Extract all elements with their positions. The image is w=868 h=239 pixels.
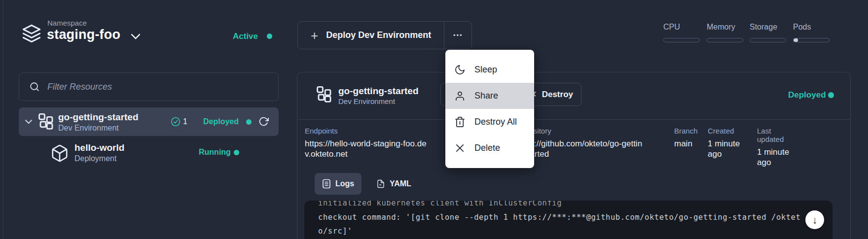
resource-name: hello-world [74, 142, 124, 154]
last-updated-label: Last updated [757, 127, 796, 143]
stat-memory-label: Memory [707, 23, 743, 32]
row-chevron-down-icon[interactable] [25, 119, 33, 124]
check-circle-icon [171, 117, 181, 127]
stat-memory: Memory [707, 23, 743, 42]
branch-value: main [674, 138, 698, 149]
cube-icon [50, 144, 69, 163]
deploy-dev-environment-button[interactable]: + Deploy Dev Environment [298, 22, 444, 49]
resource-count: 1 [183, 117, 187, 126]
person-icon [454, 90, 466, 102]
namespace-label: Namespace [47, 19, 87, 27]
created-meta: Created 1 minute ago [708, 127, 747, 159]
trash-icon [454, 116, 466, 128]
menu-item-share[interactable]: Share [445, 83, 534, 109]
logs-icon [322, 179, 331, 189]
endpoints-meta: Endpoints https://hello-world-staging-fo… [305, 127, 453, 159]
deploy-button-label: Deploy Dev Environment [326, 30, 431, 40]
namespace-status-dot [267, 34, 272, 39]
resource-status-dot [246, 119, 252, 125]
created-value: 1 minute ago [708, 138, 747, 159]
download-arrow-icon: ↓ [812, 215, 818, 225]
download-logs-button[interactable]: ↓ [805, 210, 824, 229]
menu-item-delete[interactable]: Delete [445, 135, 534, 161]
sidebar-item-hello-world[interactable]: hello-world Deployment Running [19, 139, 279, 168]
dev-environment-grid-icon [37, 113, 55, 131]
dev-environment-grid-icon [316, 86, 333, 103]
namespace-name: staging-foo [47, 27, 120, 42]
log-console[interactable]: initialized kubernetes client with InClu… [304, 201, 832, 239]
stat-storage-bar [750, 38, 786, 42]
stat-pods: Pods [793, 23, 830, 42]
repository-link[interactable]: https://github.com/okteto/go-gettin g-st… [516, 138, 669, 159]
deploy-controls: + Deploy Dev Environment ••• [297, 21, 472, 49]
moon-icon [454, 64, 466, 75]
sidebar-item-go-getting-started[interactable]: go-getting-started Dev Environment 1 Dep… [19, 107, 279, 136]
stat-pods-bar [793, 38, 830, 42]
stat-cpu: CPU [663, 23, 700, 42]
branch-meta: Branch main [674, 127, 698, 149]
panel-title: go-getting-started [338, 86, 419, 97]
panel-subtitle: Dev Environment [338, 97, 395, 105]
stat-cpu-bar [663, 38, 700, 42]
tab-logs-label: Logs [335, 179, 354, 188]
tab-yaml-label: YAML [390, 179, 411, 188]
namespace-layers-icon [22, 24, 41, 43]
menu-item-sleep[interactable]: Sleep [445, 57, 534, 83]
okteto-dashboard: Namespace staging-foo Active + Deploy De… [0, 0, 868, 239]
repository-label: Repository [516, 127, 669, 135]
resource-name: go-getting-started [58, 112, 139, 123]
tab-yaml[interactable]: YAML [369, 173, 419, 195]
plus-icon: + [311, 29, 318, 42]
log-line: initialized kubernetes client with InClu… [318, 201, 800, 210]
x-icon [454, 142, 466, 154]
more-actions-button[interactable]: ••• [444, 22, 471, 49]
stat-cpu-label: CPU [663, 23, 700, 32]
last-updated-value: 1 minute ago [757, 147, 796, 168]
branch-label: Branch [674, 127, 698, 135]
resource-status-dot [234, 150, 239, 155]
namespace-status-badge: Active [233, 32, 258, 41]
stat-storage-label: Storage [750, 23, 786, 32]
endpoints-label: Endpoints [305, 127, 453, 135]
header-divider [297, 119, 850, 120]
repository-meta: Repository https://github.com/okteto/go-… [516, 127, 669, 159]
more-actions-menu: Sleep Share Destroy All Delete [445, 50, 534, 168]
stat-memory-bar [707, 38, 743, 42]
app-edge-line [3, 0, 3, 239]
namespace-chevron-down-icon[interactable] [130, 33, 141, 40]
file-icon [376, 179, 385, 189]
menu-item-destroy-all[interactable]: Destroy All [445, 109, 534, 135]
resource-status-badge: Deployed [203, 117, 239, 126]
stat-storage: Storage [750, 23, 786, 42]
stat-pods-label: Pods [793, 23, 830, 32]
last-updated-meta: Last updated 1 minute ago [757, 127, 796, 168]
filter-resources-input[interactable] [47, 82, 268, 92]
destroy-button-label: Destroy [542, 90, 573, 100]
endpoint-link[interactable]: https://hello-world-staging-foo.de v.okt… [305, 138, 453, 159]
log-line: o/src]' [318, 224, 800, 239]
resource-status-badge: Running [199, 148, 231, 157]
log-line: checkout command: '[git clone --depth 1 … [318, 210, 800, 225]
search-icon [29, 81, 40, 92]
ellipsis-icon: ••• [453, 32, 463, 39]
resource-type: Dev Environment [58, 123, 139, 134]
resource-type: Deployment [74, 154, 124, 164]
deployed-status-dot [828, 92, 834, 98]
tab-logs[interactable]: Logs [315, 173, 362, 195]
filter-resources-box [19, 72, 279, 101]
deployed-status-badge: Deployed [788, 90, 826, 100]
created-label: Created [708, 127, 747, 135]
redeploy-refresh-icon[interactable] [258, 116, 269, 127]
